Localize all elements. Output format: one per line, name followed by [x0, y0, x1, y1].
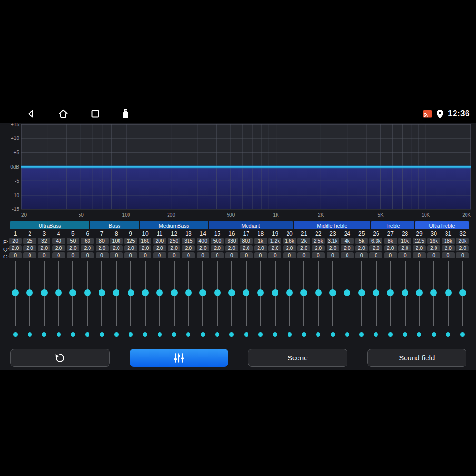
band-gain-value[interactable]: 0: [38, 252, 50, 258]
band-frequency-value[interactable]: 32: [38, 238, 50, 244]
band-frequency-value[interactable]: 400: [197, 238, 209, 244]
slider-knob[interactable]: [416, 289, 423, 296]
band-q-value[interactable]: 2.0: [327, 245, 339, 251]
slider-knob[interactable]: [430, 289, 437, 296]
band-q-value[interactable]: 2.0: [139, 245, 151, 251]
band-gain-value[interactable]: 0: [225, 252, 238, 258]
band-gain-slider[interactable]: [37, 261, 51, 326]
band-gain-value[interactable]: 0: [442, 252, 455, 258]
equalizer-button[interactable]: [130, 349, 228, 367]
band-q-value[interactable]: 2.0: [96, 245, 109, 251]
band-gain-value[interactable]: 0: [182, 252, 195, 258]
band-q-value[interactable]: 2.0: [52, 245, 65, 251]
band-gain-value[interactable]: 0: [168, 252, 180, 258]
band-gain-value[interactable]: 0: [67, 252, 79, 258]
group-segment-bass[interactable]: Bass: [90, 221, 139, 229]
slider-knob[interactable]: [402, 289, 408, 296]
slider-knob[interactable]: [41, 289, 48, 296]
band-gain-slider[interactable]: [225, 261, 239, 326]
band-frequency-value[interactable]: 125: [124, 238, 137, 244]
band-frequency-value[interactable]: 12.5: [413, 238, 426, 244]
band-frequency-value[interactable]: 630: [225, 238, 238, 244]
band-gain-value[interactable]: 0: [341, 252, 354, 258]
band-q-value[interactable]: 2.0: [427, 245, 440, 251]
band-q-value[interactable]: 2.0: [442, 245, 455, 251]
slider-knob[interactable]: [128, 289, 134, 296]
band-gain-slider[interactable]: [397, 261, 412, 326]
band-q-value[interactable]: 2.0: [225, 245, 238, 251]
slider-knob[interactable]: [344, 289, 350, 296]
band-q-value[interactable]: 2.0: [197, 245, 209, 251]
band-gain-value[interactable]: 0: [413, 252, 426, 258]
band-gain-slider[interactable]: [383, 261, 397, 326]
band-gain-value[interactable]: 0: [254, 252, 267, 258]
band-frequency-value[interactable]: 1.6k: [283, 238, 296, 244]
band-frequency-value[interactable]: 1k: [254, 238, 267, 244]
band-gain-slider[interactable]: [297, 261, 311, 326]
band-gain-value[interactable]: 0: [96, 252, 109, 258]
band-gain-value[interactable]: 0: [384, 252, 397, 258]
band-q-value[interactable]: 2.0: [153, 245, 166, 251]
band-gain-slider[interactable]: [8, 261, 22, 326]
group-segment-ultratreble[interactable]: UltraTreble: [415, 221, 469, 229]
band-q-value[interactable]: 2.0: [268, 245, 281, 251]
band-frequency-value[interactable]: 160: [139, 238, 151, 244]
scene-button[interactable]: Scene: [248, 349, 347, 367]
band-gain-value[interactable]: 0: [211, 252, 224, 258]
slider-knob[interactable]: [26, 289, 33, 296]
usb-icon[interactable]: [122, 108, 129, 119]
slider-knob[interactable]: [113, 289, 119, 296]
band-gain-value[interactable]: 0: [240, 252, 253, 258]
band-gain-slider[interactable]: [239, 261, 253, 326]
band-gain-value[interactable]: 0: [369, 252, 382, 258]
band-gain-slider[interactable]: [124, 261, 138, 326]
band-frequency-value[interactable]: 80: [96, 238, 109, 244]
band-frequency-value[interactable]: 100: [110, 238, 123, 244]
band-gain-value[interactable]: 0: [9, 252, 22, 258]
band-gain-value[interactable]: 0: [110, 252, 123, 258]
slider-knob[interactable]: [272, 289, 278, 296]
band-gain-slider[interactable]: [66, 261, 80, 326]
slider-knob[interactable]: [156, 289, 163, 296]
slider-knob[interactable]: [329, 289, 336, 296]
band-gain-slider[interactable]: [355, 261, 369, 326]
band-frequency-value[interactable]: 10k: [398, 238, 411, 244]
band-frequency-value[interactable]: 5k: [355, 238, 368, 244]
band-gain-slider[interactable]: [311, 261, 326, 326]
band-q-value[interactable]: 2.0: [211, 245, 224, 251]
band-gain-slider[interactable]: [80, 261, 95, 326]
slider-knob[interactable]: [69, 289, 76, 296]
band-q-value[interactable]: 2.0: [283, 245, 296, 251]
slider-knob[interactable]: [387, 289, 394, 296]
slider-knob[interactable]: [228, 289, 235, 296]
sound-field-button[interactable]: Sound field: [367, 349, 467, 367]
slider-knob[interactable]: [99, 289, 105, 296]
band-gain-slider[interactable]: [326, 261, 340, 326]
band-gain-value[interactable]: 0: [283, 252, 296, 258]
slider-knob[interactable]: [315, 289, 322, 296]
band-q-value[interactable]: 2.0: [124, 245, 137, 251]
band-q-value[interactable]: 2.0: [369, 245, 382, 251]
slider-knob[interactable]: [185, 289, 192, 296]
band-frequency-value[interactable]: 2.5k: [312, 238, 325, 244]
band-frequency-value[interactable]: 8k: [384, 238, 397, 244]
band-frequency-value[interactable]: 50: [67, 238, 79, 244]
band-gain-slider[interactable]: [138, 261, 152, 326]
band-gain-value[interactable]: 0: [52, 252, 65, 258]
band-frequency-value[interactable]: 6.3k: [369, 238, 382, 244]
band-frequency-value[interactable]: 40: [52, 238, 65, 244]
band-frequency-value[interactable]: 250: [168, 238, 180, 244]
band-q-value[interactable]: 2.0: [23, 245, 36, 251]
band-gain-slider[interactable]: [253, 261, 268, 326]
slider-knob[interactable]: [84, 289, 91, 296]
slider-knob[interactable]: [12, 289, 19, 296]
slider-knob[interactable]: [243, 289, 249, 296]
slider-knob[interactable]: [199, 289, 206, 296]
slider-knob[interactable]: [358, 289, 365, 296]
band-q-value[interactable]: 2.0: [81, 245, 94, 251]
band-frequency-value[interactable]: 3.1k: [327, 238, 339, 244]
band-gain-slider[interactable]: [109, 261, 123, 326]
band-frequency-value[interactable]: 20k: [456, 238, 469, 244]
band-frequency-value[interactable]: 500: [211, 238, 224, 244]
band-gain-value[interactable]: 0: [298, 252, 310, 258]
